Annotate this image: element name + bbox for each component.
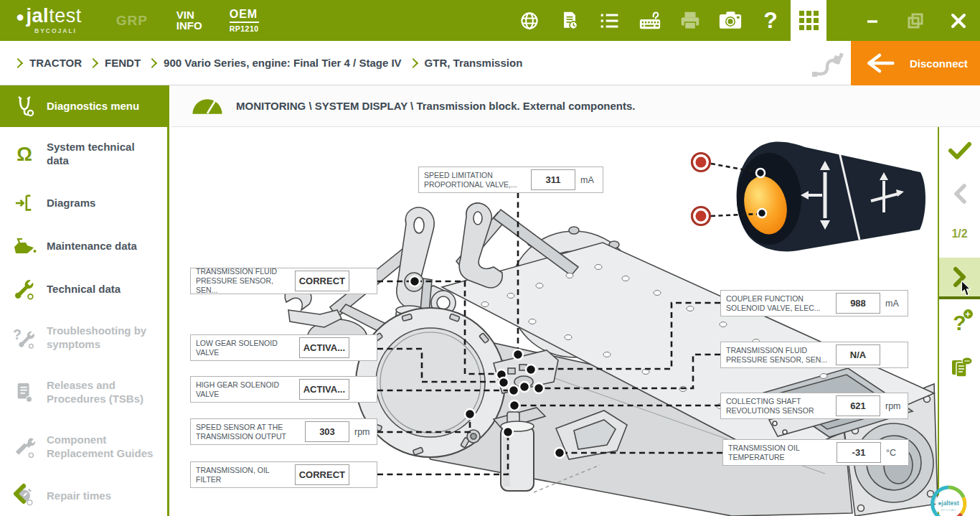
help-button[interactable]: ? [750, 0, 791, 41]
topbar-icon-group: ? [509, 0, 826, 41]
callout-label: COUPLER FUNCTION SOLENOID VALVE, ELEC... [726, 294, 831, 313]
minimize-icon [864, 13, 880, 29]
callout-label: TRANSMISSION FLUID PRESSURE SENSOR, SEN.… [726, 346, 831, 365]
sidebar-collapse-button[interactable] [11, 483, 27, 507]
callout-label: TRANSMISSION OIL TEMPERATURE [728, 444, 831, 462]
callout-value[interactable]: -31 [837, 442, 881, 463]
breadcrumb-tractor[interactable]: TRACTOR [29, 57, 82, 69]
chevron-left-icon [953, 183, 967, 205]
content-header: MONITORING \ SYSTEM DISPLAY \ Transmissi… [171, 85, 980, 127]
minimize-button[interactable] [851, 0, 894, 41]
tsb-document-icon [11, 382, 37, 403]
callout-unit: mA [885, 299, 904, 309]
callout-value[interactable]: CORRECT [295, 464, 349, 485]
wrench-icon [11, 278, 37, 300]
diagram-canvas: SPEED LIMITATION PROPORTIONAL VALVE,... … [169, 127, 938, 516]
callout-unit: °C [886, 448, 905, 458]
callout-value[interactable]: 988 [836, 293, 880, 314]
sidebar-item-label: Component Replacement Guides [47, 433, 161, 461]
stethoscope-icon [11, 95, 37, 118]
report-button[interactable] [550, 0, 590, 41]
callout-low-gear-solenoid: LOW GEAR SOLENOID VALVE ACTIVA... [190, 334, 377, 361]
sidebar-item-technical-data[interactable]: Technical data [0, 268, 167, 311]
oem-line2: RP1210 [230, 25, 259, 33]
sidebar-item-maintenance-data[interactable]: Maintenance data [0, 225, 167, 268]
logo-name-light: test [49, 6, 82, 26]
restore-button[interactable] [894, 0, 937, 41]
sidebar-item-label: Releases and Procedures (TSBs) [47, 379, 161, 406]
close-button[interactable] [937, 0, 980, 41]
jaltest-logo[interactable]: ●jaltest BYCOJALI [16, 6, 82, 34]
callout-label: LOW GEAR SOLENOID VALVE [196, 339, 294, 357]
fault-list-button[interactable] [590, 0, 630, 41]
sidebar: Diagnostics menu Ω System technical data… [0, 85, 169, 516]
screenshot-button[interactable] [710, 0, 750, 41]
component-help-button[interactable]: ?+ [939, 312, 980, 334]
fault-list-icon [599, 11, 621, 31]
joystick-illustration [692, 142, 926, 252]
callout-oil-filter: TRANSMISSION, OIL FILTER CORRECT [190, 461, 377, 488]
right-toolbar: 1/2 ?+ [938, 127, 980, 516]
sidebar-item-component-replacement: Component Replacement Guides [0, 420, 167, 474]
sidebar-item-label: Repair times [47, 489, 111, 503]
callout-unit: rpm [354, 427, 373, 437]
chevron-right-icon [13, 57, 23, 67]
page-next-button[interactable] [939, 258, 980, 299]
page-indicator: 1/2 [939, 227, 980, 240]
callout-value[interactable]: N/A [836, 344, 880, 365]
chevron-right-icon [147, 57, 157, 67]
callout-value[interactable]: CORRECT [295, 271, 349, 291]
keyboard-icon [638, 9, 662, 32]
omega-icon: Ω [11, 145, 37, 164]
vin-info-button[interactable]: VIN INFO [176, 10, 202, 31]
breadcrumb-system[interactable]: GTR, Transmission [425, 57, 523, 69]
callout-label: SPEED LIMITATION PROPORTIONAL VALVE,... [424, 171, 526, 189]
page-previous-button [939, 183, 980, 205]
top-bar: ●jaltest BYCOJALI GRP VIN INFO OEM RP121… [0, 0, 980, 41]
svg-text:BY COJALI: BY COJALI [941, 508, 956, 512]
callout-transmission-fluid-pressure-left: TRANSMISSION FLUID PRESSURE SENSOR, SEN.… [190, 268, 377, 294]
close-icon [950, 12, 967, 29]
notes-report-button[interactable] [939, 355, 980, 380]
diagram-connector-icon [11, 193, 37, 213]
chevron-right-icon [88, 57, 98, 67]
jaltest-watermark-logo: ●jaltest BY COJALI [928, 484, 969, 516]
callout-value[interactable]: 621 [836, 395, 880, 416]
callout-label: HIGH GEAR SOLENOID VALVE [196, 380, 294, 399]
oem-line1: OEM [230, 9, 259, 23]
breadcrumb-fendt[interactable]: FENDT [105, 57, 141, 69]
disconnect-label: Disconnect [910, 57, 968, 70]
window-controls [851, 0, 980, 41]
callout-high-gear-solenoid: HIGH GEAR SOLENOID VALVE ACTIVA... [190, 376, 377, 403]
callout-value[interactable]: ACTIVA... [299, 337, 349, 358]
print-button[interactable] [670, 0, 710, 41]
callout-transmission-fluid-pressure-right: TRANSMISSION FLUID PRESSURE SENSOR, SEN.… [720, 342, 908, 368]
sidebar-item-label: Diagnostics menu [47, 100, 139, 113]
restore-icon [907, 12, 924, 29]
globe-button[interactable] [509, 0, 550, 41]
callout-value[interactable]: 303 [305, 421, 349, 442]
disconnect-button[interactable]: Disconnect [851, 41, 980, 85]
callout-label: TRANSMISSION, OIL FILTER [196, 466, 290, 484]
page-indicator-label: 1/2 [951, 227, 967, 240]
globe-icon [519, 10, 540, 32]
keyboard-button[interactable] [630, 0, 670, 41]
sidebar-item-diagnostics-menu[interactable]: Diagnostics menu [0, 85, 167, 127]
grp-button[interactable]: GRP [116, 13, 148, 29]
sidebar-item-diagrams[interactable]: Diagrams [0, 182, 167, 225]
sidebar-item-system-technical-data[interactable]: Ω System technical data [0, 127, 167, 182]
troubleshooting-icon: ? [11, 327, 37, 349]
callout-speed-limitation-valve: SPEED LIMITATION PROPORTIONAL VALVE,... … [418, 166, 603, 193]
svg-text:●jaltest: ●jaltest [938, 499, 959, 507]
back-arrow-icon [864, 52, 895, 75]
vin-line2: INFO [176, 21, 202, 31]
sidebar-item-label: Diagrams [47, 197, 95, 210]
sidebar-item-label: System technical data [47, 141, 154, 168]
confirm-button[interactable] [939, 141, 980, 160]
breadcrumb-series[interactable]: 900 Vario Series, engine: Final Tier 4 /… [164, 57, 402, 69]
callout-value[interactable]: 311 [531, 169, 575, 190]
apps-menu-button[interactable] [791, 0, 826, 41]
callout-oil-temperature: TRANSMISSION OIL TEMPERATURE -31 °C [722, 439, 909, 466]
callout-value[interactable]: ACTIVA... [299, 379, 349, 400]
oem-rp1210-button[interactable]: OEM RP1210 [230, 9, 259, 33]
